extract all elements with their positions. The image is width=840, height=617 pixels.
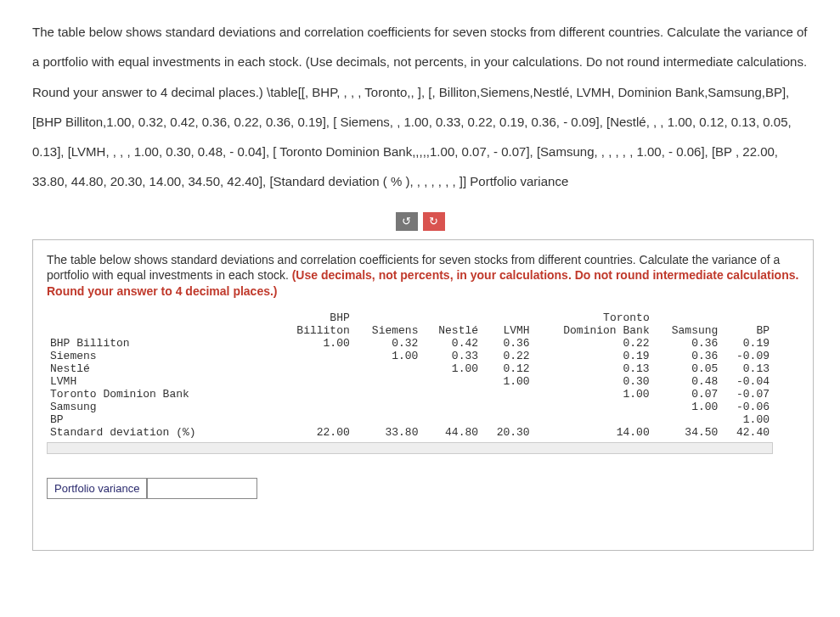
refresh-button[interactable]: ↻ (423, 212, 445, 231)
portfolio-variance-input[interactable] (147, 478, 257, 499)
horizontal-scrollbar[interactable] (47, 442, 773, 454)
reset-button[interactable]: ↻ (396, 212, 418, 231)
refresh-icon: ↻ (429, 215, 438, 227)
answer-label: Portfolio variance (47, 478, 147, 499)
answer-row: Portfolio variance (47, 478, 799, 499)
table-header-row1: BHP Toronto (47, 311, 773, 324)
table-header-row2: Billiton Siemens Nestlé LVMH Dominion Ba… (47, 324, 773, 337)
instructions: The table below shows standard deviation… (47, 252, 799, 300)
table-row: Siemens 1.00 0.33 0.22 0.19 0.36 -0.09 (47, 350, 773, 362)
question-panel: The table below shows standard deviation… (32, 239, 814, 552)
question-raw-text: The table below shows standard deviation… (32, 17, 808, 197)
table-row: BHP Billiton 1.00 0.32 0.42 0.36 0.22 0.… (47, 337, 773, 350)
button-row: ↻ ↻ (32, 212, 808, 231)
correlation-table: BHP Toronto Billiton Siemens Nestlé LVMH… (47, 311, 773, 439)
table-row: BP 1.00 (47, 413, 773, 426)
table-row: Toronto Dominion Bank 1.00 0.07 -0.07 (47, 388, 773, 401)
table-row: LVMH 1.00 0.30 0.48 -0.04 (47, 375, 773, 388)
table-row: Nestlé 1.00 0.12 0.13 0.05 0.13 (47, 362, 773, 375)
reset-icon: ↻ (402, 215, 411, 227)
table-row-sd: Standard deviation (%) 22.00 33.80 44.80… (47, 426, 773, 439)
table-row: Samsung 1.00 -0.06 (47, 401, 773, 413)
